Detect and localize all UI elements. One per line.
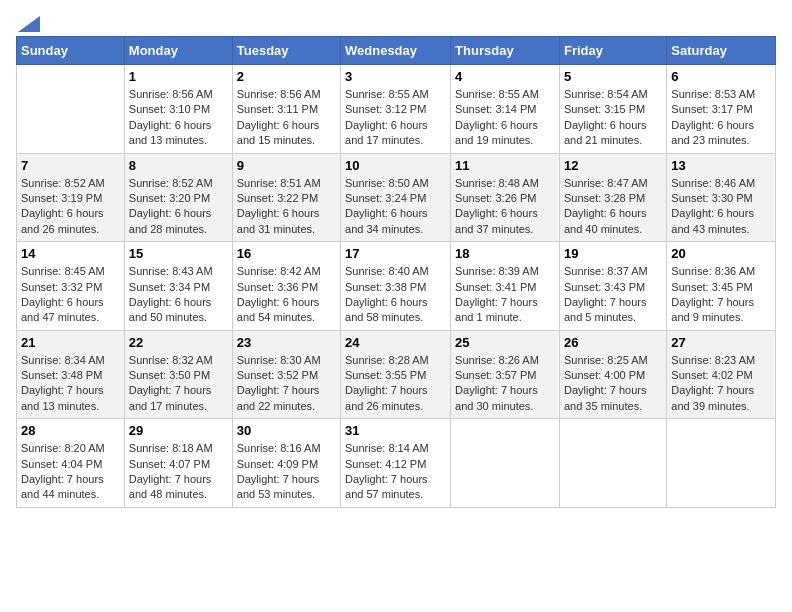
daylight-text: Daylight: 6 hours and 23 minutes. xyxy=(671,118,771,149)
sunset-text: Sunset: 3:57 PM xyxy=(455,368,555,383)
calendar-header-sunday: Sunday xyxy=(17,37,125,65)
sunrise-text: Sunrise: 8:42 AM xyxy=(237,264,336,279)
daylight-text: Daylight: 6 hours and 28 minutes. xyxy=(129,206,228,237)
day-info: Sunrise: 8:28 AM Sunset: 3:55 PM Dayligh… xyxy=(345,353,446,415)
day-number: 8 xyxy=(129,158,228,173)
sunset-text: Sunset: 3:55 PM xyxy=(345,368,446,383)
day-number: 14 xyxy=(21,246,120,261)
daylight-text: Daylight: 7 hours and 17 minutes. xyxy=(129,383,228,414)
sunrise-text: Sunrise: 8:56 AM xyxy=(237,87,336,102)
sunset-text: Sunset: 3:26 PM xyxy=(455,191,555,206)
sunrise-text: Sunrise: 8:25 AM xyxy=(564,353,662,368)
day-info: Sunrise: 8:56 AM Sunset: 3:10 PM Dayligh… xyxy=(129,87,228,149)
daylight-text: Daylight: 7 hours and 53 minutes. xyxy=(237,472,336,503)
calendar-header-thursday: Thursday xyxy=(451,37,560,65)
calendar-cell: 25 Sunrise: 8:26 AM Sunset: 3:57 PM Dayl… xyxy=(451,330,560,419)
daylight-text: Daylight: 7 hours and 13 minutes. xyxy=(21,383,120,414)
calendar-header-tuesday: Tuesday xyxy=(232,37,340,65)
sunset-text: Sunset: 3:32 PM xyxy=(21,280,120,295)
sunset-text: Sunset: 3:50 PM xyxy=(129,368,228,383)
sunrise-text: Sunrise: 8:54 AM xyxy=(564,87,662,102)
calendar-cell: 24 Sunrise: 8:28 AM Sunset: 3:55 PM Dayl… xyxy=(341,330,451,419)
daylight-text: Daylight: 6 hours and 50 minutes. xyxy=(129,295,228,326)
daylight-text: Daylight: 7 hours and 57 minutes. xyxy=(345,472,446,503)
calendar-cell xyxy=(667,419,776,508)
day-number: 13 xyxy=(671,158,771,173)
calendar-header-saturday: Saturday xyxy=(667,37,776,65)
calendar-cell: 14 Sunrise: 8:45 AM Sunset: 3:32 PM Dayl… xyxy=(17,242,125,331)
sunrise-text: Sunrise: 8:16 AM xyxy=(237,441,336,456)
sunrise-text: Sunrise: 8:30 AM xyxy=(237,353,336,368)
sunrise-text: Sunrise: 8:45 AM xyxy=(21,264,120,279)
daylight-text: Daylight: 6 hours and 13 minutes. xyxy=(129,118,228,149)
day-info: Sunrise: 8:36 AM Sunset: 3:45 PM Dayligh… xyxy=(671,264,771,326)
calendar-header-wednesday: Wednesday xyxy=(341,37,451,65)
calendar-cell: 30 Sunrise: 8:16 AM Sunset: 4:09 PM Dayl… xyxy=(232,419,340,508)
sunset-text: Sunset: 3:12 PM xyxy=(345,102,446,117)
daylight-text: Daylight: 7 hours and 22 minutes. xyxy=(237,383,336,414)
daylight-text: Daylight: 6 hours and 26 minutes. xyxy=(21,206,120,237)
day-info: Sunrise: 8:51 AM Sunset: 3:22 PM Dayligh… xyxy=(237,176,336,238)
calendar-cell: 6 Sunrise: 8:53 AM Sunset: 3:17 PM Dayli… xyxy=(667,65,776,154)
day-info: Sunrise: 8:45 AM Sunset: 3:32 PM Dayligh… xyxy=(21,264,120,326)
day-number: 22 xyxy=(129,335,228,350)
sunset-text: Sunset: 3:11 PM xyxy=(237,102,336,117)
sunset-text: Sunset: 4:07 PM xyxy=(129,457,228,472)
day-info: Sunrise: 8:23 AM Sunset: 4:02 PM Dayligh… xyxy=(671,353,771,415)
day-number: 5 xyxy=(564,69,662,84)
sunset-text: Sunset: 3:43 PM xyxy=(564,280,662,295)
day-number: 10 xyxy=(345,158,446,173)
sunset-text: Sunset: 3:14 PM xyxy=(455,102,555,117)
calendar-cell: 8 Sunrise: 8:52 AM Sunset: 3:20 PM Dayli… xyxy=(124,153,232,242)
calendar-week-row: 28 Sunrise: 8:20 AM Sunset: 4:04 PM Dayl… xyxy=(17,419,776,508)
sunset-text: Sunset: 3:52 PM xyxy=(237,368,336,383)
calendar-week-row: 14 Sunrise: 8:45 AM Sunset: 3:32 PM Dayl… xyxy=(17,242,776,331)
sunrise-text: Sunrise: 8:50 AM xyxy=(345,176,446,191)
calendar-cell: 20 Sunrise: 8:36 AM Sunset: 3:45 PM Dayl… xyxy=(667,242,776,331)
day-number: 18 xyxy=(455,246,555,261)
daylight-text: Daylight: 7 hours and 9 minutes. xyxy=(671,295,771,326)
calendar-cell: 10 Sunrise: 8:50 AM Sunset: 3:24 PM Dayl… xyxy=(341,153,451,242)
calendar-cell xyxy=(17,65,125,154)
day-info: Sunrise: 8:18 AM Sunset: 4:07 PM Dayligh… xyxy=(129,441,228,503)
calendar-cell: 11 Sunrise: 8:48 AM Sunset: 3:26 PM Dayl… xyxy=(451,153,560,242)
daylight-text: Daylight: 7 hours and 48 minutes. xyxy=(129,472,228,503)
day-info: Sunrise: 8:25 AM Sunset: 4:00 PM Dayligh… xyxy=(564,353,662,415)
sunset-text: Sunset: 3:48 PM xyxy=(21,368,120,383)
day-number: 28 xyxy=(21,423,120,438)
calendar-header-row: SundayMondayTuesdayWednesdayThursdayFrid… xyxy=(17,37,776,65)
day-number: 7 xyxy=(21,158,120,173)
sunrise-text: Sunrise: 8:48 AM xyxy=(455,176,555,191)
calendar-week-row: 21 Sunrise: 8:34 AM Sunset: 3:48 PM Dayl… xyxy=(17,330,776,419)
sunrise-text: Sunrise: 8:51 AM xyxy=(237,176,336,191)
calendar-cell: 22 Sunrise: 8:32 AM Sunset: 3:50 PM Dayl… xyxy=(124,330,232,419)
sunset-text: Sunset: 4:04 PM xyxy=(21,457,120,472)
day-info: Sunrise: 8:52 AM Sunset: 3:20 PM Dayligh… xyxy=(129,176,228,238)
daylight-text: Daylight: 6 hours and 40 minutes. xyxy=(564,206,662,237)
day-number: 6 xyxy=(671,69,771,84)
calendar-week-row: 1 Sunrise: 8:56 AM Sunset: 3:10 PM Dayli… xyxy=(17,65,776,154)
daylight-text: Daylight: 7 hours and 5 minutes. xyxy=(564,295,662,326)
calendar-cell: 26 Sunrise: 8:25 AM Sunset: 4:00 PM Dayl… xyxy=(559,330,666,419)
day-number: 24 xyxy=(345,335,446,350)
day-number: 31 xyxy=(345,423,446,438)
calendar-cell: 17 Sunrise: 8:40 AM Sunset: 3:38 PM Dayl… xyxy=(341,242,451,331)
sunrise-text: Sunrise: 8:37 AM xyxy=(564,264,662,279)
day-number: 21 xyxy=(21,335,120,350)
sunrise-text: Sunrise: 8:14 AM xyxy=(345,441,446,456)
sunset-text: Sunset: 3:20 PM xyxy=(129,191,228,206)
calendar-cell: 23 Sunrise: 8:30 AM Sunset: 3:52 PM Dayl… xyxy=(232,330,340,419)
day-number: 3 xyxy=(345,69,446,84)
daylight-text: Daylight: 6 hours and 15 minutes. xyxy=(237,118,336,149)
sunrise-text: Sunrise: 8:52 AM xyxy=(21,176,120,191)
sunrise-text: Sunrise: 8:20 AM xyxy=(21,441,120,456)
day-number: 11 xyxy=(455,158,555,173)
sunrise-text: Sunrise: 8:53 AM xyxy=(671,87,771,102)
day-info: Sunrise: 8:46 AM Sunset: 3:30 PM Dayligh… xyxy=(671,176,771,238)
logo xyxy=(16,16,42,28)
sunset-text: Sunset: 3:19 PM xyxy=(21,191,120,206)
day-number: 16 xyxy=(237,246,336,261)
calendar-cell: 27 Sunrise: 8:23 AM Sunset: 4:02 PM Dayl… xyxy=(667,330,776,419)
day-info: Sunrise: 8:16 AM Sunset: 4:09 PM Dayligh… xyxy=(237,441,336,503)
sunrise-text: Sunrise: 8:40 AM xyxy=(345,264,446,279)
